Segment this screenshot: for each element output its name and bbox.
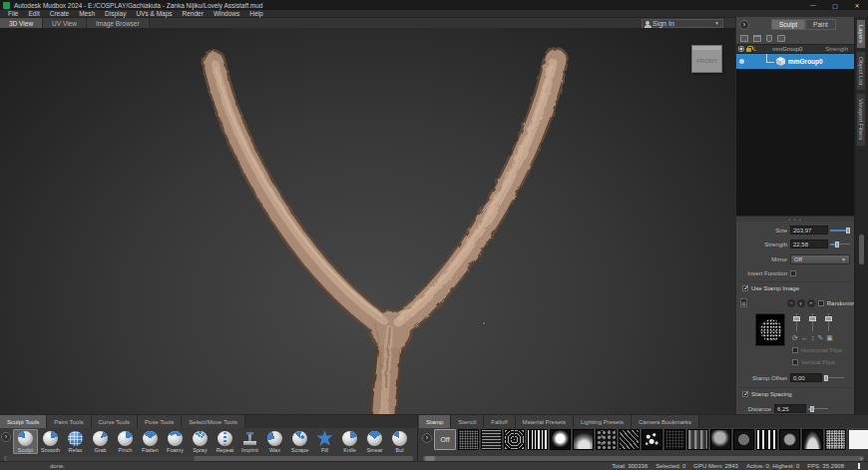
stamp-thumbnail[interactable] xyxy=(504,429,525,450)
tool-tray-tab[interactable]: Sculpt Tools xyxy=(0,415,47,428)
menu-item[interactable]: Mesh xyxy=(74,10,100,17)
menu-item[interactable]: Render xyxy=(178,10,209,17)
sculpt-tool[interactable]: Knife xyxy=(337,429,362,454)
3d-viewport[interactable]: FRONT xyxy=(0,28,735,414)
size-slider[interactable] xyxy=(830,227,852,235)
distance-slider[interactable] xyxy=(808,405,830,413)
tool-tray-tab[interactable]: Curve Tools xyxy=(92,415,139,428)
stamp-thumbnail[interactable] xyxy=(733,429,754,450)
maximize-button[interactable]: ▢ xyxy=(824,0,846,10)
rotate-stamp-icon[interactable]: ⟳ xyxy=(792,334,798,342)
mirror-dropdown[interactable]: Off ▼ xyxy=(790,254,850,264)
view-cube[interactable]: FRONT xyxy=(691,45,722,73)
stamp-spacing-checkbox[interactable] xyxy=(742,391,748,397)
sculpt-tool[interactable]: Repeat xyxy=(213,429,237,454)
distance-field[interactable]: 6,25 xyxy=(774,404,806,413)
visibility-dot-icon[interactable] xyxy=(739,59,744,64)
menu-item[interactable]: Edit xyxy=(23,10,44,17)
close-button[interactable]: ✕ xyxy=(846,0,868,10)
use-stamp-checkbox[interactable] xyxy=(742,285,748,291)
sculpt-tool[interactable]: Smear xyxy=(362,429,387,454)
stamp-thumbnail[interactable] xyxy=(756,429,777,450)
layer-name[interactable]: mmGroup0 xyxy=(788,58,823,65)
sign-in-button[interactable]: Sign In ▼ xyxy=(642,19,723,28)
sculpt-tool[interactable]: Pinch xyxy=(113,429,138,454)
menu-item[interactable]: Windows xyxy=(209,10,244,17)
stamp-thumbnail[interactable] xyxy=(710,429,731,450)
menu-item[interactable]: File xyxy=(3,10,23,17)
stamp-slot-button[interactable]: ▦ xyxy=(740,298,747,307)
stamp-thumbnail[interactable] xyxy=(687,429,708,450)
viewport-tab[interactable]: UV View xyxy=(43,18,87,28)
tool-tray-tab[interactable]: Select/Move Tools xyxy=(182,415,245,428)
minimize-button[interactable]: — xyxy=(802,0,824,10)
stamp-thumbnail[interactable] xyxy=(550,429,571,450)
side-tab[interactable]: Viewport Filters xyxy=(856,93,866,146)
tool-tray-tab[interactable]: Pose Tools xyxy=(138,415,182,428)
stamp-offset-field[interactable]: 0,00 xyxy=(790,373,822,382)
new-layer-icon[interactable] xyxy=(740,35,748,42)
stamp-off-button[interactable]: Off xyxy=(434,429,456,450)
new-group-icon[interactable] xyxy=(753,35,761,42)
stamp-slider-3[interactable] xyxy=(824,313,832,331)
stamp-thumbnail[interactable] xyxy=(642,429,662,450)
menu-item[interactable]: UVs & Maps xyxy=(131,10,177,17)
stamp-thumbnail[interactable] xyxy=(596,429,617,450)
stamp-thumbnail[interactable] xyxy=(779,429,800,450)
flip-h-randomize-icon[interactable]: ◐ xyxy=(797,299,805,307)
layer-row-selected[interactable]: mmGroup0 xyxy=(736,54,854,69)
sculpt-tool[interactable]: Foamy xyxy=(163,429,188,454)
side-tab[interactable]: Layers xyxy=(856,19,866,49)
side-tab[interactable]: Object List xyxy=(856,51,866,91)
stamp-tray-tab[interactable]: Material Presets xyxy=(516,415,574,428)
randomize-checkbox[interactable] xyxy=(818,300,824,306)
sculpt-tool[interactable]: Flatten xyxy=(138,429,163,454)
stamp-tray-tab[interactable]: Camera Bookmarks xyxy=(632,415,699,428)
layer-list-body[interactable] xyxy=(736,69,854,216)
flip-horizontal-icon[interactable]: ↔ xyxy=(801,334,808,342)
stamp-thumbnail[interactable] xyxy=(664,429,685,450)
rotate-randomize-icon[interactable]: ◔ xyxy=(787,299,795,307)
stamp-offset-slider[interactable] xyxy=(824,374,846,382)
sculpt-tool[interactable]: Bul xyxy=(387,429,412,454)
stamp-tray-tab[interactable]: Lighting Presets xyxy=(574,415,632,428)
flip-vertical-icon[interactable]: ↕ xyxy=(811,334,815,342)
strength-field[interactable]: 22,58 xyxy=(790,239,828,248)
sculpted-model[interactable] xyxy=(0,28,735,414)
menu-item[interactable]: Create xyxy=(45,10,75,17)
sculpt-tool[interactable]: Grab xyxy=(88,429,113,454)
stamp-slider-2[interactable] xyxy=(808,313,816,331)
stamp-thumbnail[interactable] xyxy=(825,429,846,450)
tray-expander-icon[interactable]: › xyxy=(1,432,11,442)
sculpt-tool[interactable]: Smooth xyxy=(38,429,63,454)
panel-scrollbar[interactable] xyxy=(859,235,864,264)
sculpt-tool[interactable]: Imprint xyxy=(237,429,262,454)
menu-item[interactable]: Help xyxy=(244,10,267,17)
stamp-tray-expander-icon[interactable]: › xyxy=(422,433,432,443)
menu-item[interactable]: Display xyxy=(100,10,131,17)
stamp-thumbnail[interactable] xyxy=(527,429,548,450)
layer-mode-tab[interactable]: Paint xyxy=(805,19,836,30)
viewport-tab[interactable]: Image Browser xyxy=(87,18,150,28)
sculpt-tool[interactable]: Fill xyxy=(312,429,337,454)
vertical-flips-checkbox[interactable] xyxy=(792,359,798,365)
sculpt-tool[interactable]: Sculpt xyxy=(13,429,38,454)
panel-expander-icon[interactable]: › xyxy=(739,20,749,30)
strength-slider[interactable] xyxy=(830,240,852,248)
stamp-thumbnail[interactable] xyxy=(848,429,868,450)
visibility-eye-icon[interactable] xyxy=(738,46,744,52)
size-field[interactable]: 203,97 xyxy=(790,226,828,235)
layer-properties-icon[interactable] xyxy=(777,35,785,42)
stamp-tray-tab[interactable]: Falloff xyxy=(484,415,515,428)
stamp-image-preview[interactable] xyxy=(755,313,785,346)
duplicate-stamp-icon[interactable]: ▣ xyxy=(826,334,833,342)
stamp-tray-tab[interactable]: Stencil xyxy=(451,415,484,428)
stamp-slider-1[interactable] xyxy=(792,313,800,331)
sculpt-tool[interactable]: Scrape xyxy=(287,429,312,454)
stamp-thumbnail[interactable] xyxy=(458,429,479,450)
stamp-thumbnail[interactable] xyxy=(802,429,823,450)
sculpt-tool[interactable]: Spray xyxy=(188,429,213,454)
layer-mode-tab[interactable]: Sculpt xyxy=(771,19,805,30)
sculpt-tool[interactable]: Wax xyxy=(262,429,287,454)
sculpt-tool[interactable]: Relax xyxy=(63,429,88,454)
